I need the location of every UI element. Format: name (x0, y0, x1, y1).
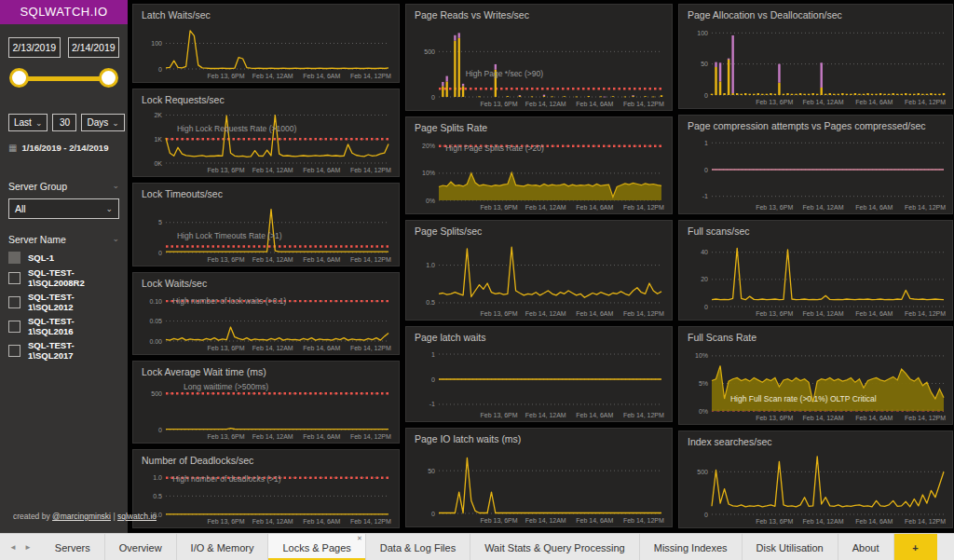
svg-text:Feb 14, 12PM: Feb 14, 12PM (905, 310, 946, 317)
server-name-header[interactable]: Server Name ⌄ (8, 234, 119, 245)
date-to-input[interactable]: 2/14/2019 (68, 37, 120, 58)
chart-page-compression-attempts-vs-pages-compressed-sec[interactable]: Page compression attempts vs Pages compr… (678, 115, 953, 214)
tab-scroll-left-icon[interactable]: ◄ (9, 543, 17, 552)
selected-date-range: ▦ 1/16/2019 - 2/14/2019 (8, 143, 119, 153)
chevron-down-icon: ⌄ (112, 181, 119, 192)
tab-data-log-files[interactable]: Data & Log Files (366, 534, 470, 560)
sqlwatch-link[interactable]: sqlwatch.io (117, 512, 157, 521)
server-checkbox[interactable] (8, 296, 20, 308)
chart-page-latch-waits[interactable]: Page latch waits10-1Feb 13, 6PMFeb 14, 1… (405, 326, 673, 422)
server-list-item[interactable]: SQL-TEST-1\SQL2008R2 (8, 267, 119, 288)
chart-latch-waits-sec[interactable]: Latch Waits/sec0100Feb 13, 6PMFeb 14, 12… (132, 4, 400, 83)
svg-text:-1: -1 (702, 193, 708, 199)
slider-handle-left[interactable] (9, 68, 29, 88)
svg-text:1K: 1K (154, 136, 162, 143)
server-label: SQL-1 (28, 253, 54, 263)
close-tab-icon[interactable]: ✕ (357, 535, 362, 542)
svg-text:Feb 14, 6AM: Feb 14, 6AM (576, 412, 613, 418)
svg-text:0: 0 (431, 94, 435, 101)
chart-page-splits-rate[interactable]: Page Splits RateHigh Page Splits Rate (>… (405, 116, 673, 214)
sidebar-content: 2/13/2019 2/14/2019 Last ⌄ 30 Days ⌄ (0, 24, 128, 526)
server-checkbox[interactable] (8, 272, 20, 284)
tab-label: About (852, 542, 879, 553)
tab-servers[interactable]: Servers (41, 534, 105, 560)
calendar-icon: ▦ (8, 143, 17, 153)
svg-text:Feb 14, 12AM: Feb 14, 12AM (252, 73, 293, 79)
created-by-text: created by @marcingminski | sqlwatch.io (13, 512, 157, 521)
chart-column-2: Page Reads vs Writes/secHigh Page */sec … (405, 4, 673, 533)
svg-text:Feb 14, 6AM: Feb 14, 6AM (303, 345, 340, 351)
tab-label: Disk Utilisation (756, 542, 824, 553)
tab-label: Missing Indexes (654, 542, 728, 553)
svg-text:Feb 13, 6PM: Feb 13, 6PM (207, 73, 244, 79)
chart-index-searches-sec[interactable]: Index searches/sec0500Feb 13, 6PMFeb 14,… (678, 430, 953, 528)
svg-text:Feb 14, 12AM: Feb 14, 12AM (803, 518, 844, 525)
server-group-select[interactable]: All ⌄ (8, 198, 119, 219)
relative-unit-select[interactable]: Days ⌄ (81, 114, 124, 131)
chart-page-splits-sec[interactable]: Page Splits/sec0.51.0Feb 13, 6PMFeb 14, … (405, 220, 673, 321)
chart-number-of-deadlocks-sec[interactable]: Number of Deadlocks/secHigh number of de… (132, 449, 400, 528)
tab-scroll-right-icon[interactable]: ► (24, 543, 32, 552)
svg-text:Feb 14, 12PM: Feb 14, 12PM (350, 256, 391, 263)
tab-missing-indexes[interactable]: Missing Indexes (640, 534, 743, 560)
server-list-item[interactable]: SQL-TEST-1\SQL2016 (8, 316, 119, 336)
svg-text:Feb 14, 6AM: Feb 14, 6AM (855, 518, 893, 525)
svg-text:High number of deadlocks (>1): High number of deadlocks (>1) (172, 474, 281, 484)
slider-handle-right[interactable] (99, 68, 118, 88)
relative-mode-select[interactable]: Last ⌄ (8, 114, 48, 131)
chart-lock-requests-sec[interactable]: Lock Requests/secHigh Lock Requests Rate… (132, 89, 400, 177)
chart-lock-timeouts-sec[interactable]: Lock Timeouts/secHigh Lock Timeouts Rate… (132, 183, 400, 266)
tab-i-o-memory[interactable]: I/O & Memory (177, 534, 269, 560)
server-checkbox[interactable] (8, 252, 20, 264)
relative-value-input[interactable]: 30 (52, 114, 76, 131)
tab-disk-utilisation[interactable]: Disk Utilisation (743, 534, 838, 560)
svg-text:Feb 14, 12PM: Feb 14, 12PM (350, 433, 391, 440)
report-canvas: Latch Waits/sec0100Feb 13, 6PMFeb 14, 12… (128, 0, 954, 533)
chart-canvas: 10-1Feb 13, 6PMFeb 14, 12AMFeb 14, 6AMFe… (411, 346, 665, 419)
author-link[interactable]: @marcingminski (52, 512, 111, 521)
date-inputs-row: 2/13/2019 2/14/2019 (8, 37, 119, 58)
tab-list: ServersOverviewI/O & MemoryLocks & Pages… (41, 534, 937, 560)
tab-overview[interactable]: Overview (105, 534, 177, 560)
svg-text:Feb 14, 12PM: Feb 14, 12PM (350, 167, 391, 173)
chart-page-allocation-vs-deallocation-sec[interactable]: Page Allocation vs Deallocation/sec05010… (678, 4, 953, 109)
svg-text:0: 0 (704, 512, 708, 518)
date-from-input[interactable]: 2/13/2019 (8, 37, 61, 58)
chart-title: Page Splits Rate (415, 122, 667, 136)
add-tab-button[interactable]: + (894, 534, 937, 560)
chart-canvas: Long waittime (>500ms)0500Feb 13, 6PMFeb… (138, 380, 392, 441)
svg-text:0.5: 0.5 (426, 299, 435, 306)
chart-lock-average-wait-time-ms[interactable]: Lock Average Wait time (ms)Long waittime… (132, 361, 400, 444)
chart-canvas: 050Feb 13, 6PMFeb 14, 12AMFeb 14, 6AMFeb… (411, 447, 665, 525)
date-range-slider[interactable] (12, 65, 116, 91)
chart-canvas: High Lock Timeouts Rate (>1)05Feb 13, 6P… (138, 202, 392, 264)
svg-text:High Lock Timeouts Rate (>1): High Lock Timeouts Rate (>1) (177, 231, 282, 240)
svg-text:Feb 13, 6PM: Feb 13, 6PM (207, 345, 244, 351)
chart-full-scans-sec[interactable]: Full scans/sec02040Feb 13, 6PMFeb 14, 12… (678, 220, 953, 321)
tab-about[interactable]: About (838, 534, 894, 560)
svg-text:Feb 14, 12PM: Feb 14, 12PM (623, 204, 664, 211)
server-checkbox[interactable] (8, 345, 20, 357)
server-list-item[interactable]: SQL-1 (8, 252, 119, 264)
chart-lock-waits-sec[interactable]: Lock Waits/secHigh number of lock waits … (132, 272, 400, 355)
svg-text:10%: 10% (695, 352, 708, 359)
svg-text:Feb 14, 12PM: Feb 14, 12PM (623, 412, 664, 418)
chart-title: Full Scans Rate (688, 332, 947, 346)
server-checkbox[interactable] (8, 321, 20, 333)
svg-text:Feb 14, 12PM: Feb 14, 12PM (623, 310, 664, 317)
svg-text:Feb 14, 12AM: Feb 14, 12AM (252, 433, 293, 440)
server-list-item[interactable]: SQL-TEST-1\SQL2012 (8, 292, 119, 312)
server-group-header[interactable]: Server Group ⌄ (8, 181, 119, 192)
chart-title: Page Splits/sec (415, 225, 667, 239)
chart-column-1: Latch Waits/sec0100Feb 13, 6PMFeb 14, 12… (132, 4, 400, 533)
svg-text:High Full Scan rate (>0.1%) OL: High Full Scan rate (>0.1%) OLTP Critica… (730, 394, 877, 403)
tab-locks-pages[interactable]: Locks & Pages✕ (268, 534, 365, 560)
svg-text:Feb 13, 6PM: Feb 13, 6PM (756, 518, 793, 525)
chart-full-scans-rate[interactable]: Full Scans RateHigh Full Scan rate (>0.1… (678, 326, 953, 425)
chart-page-io-latch-waits-ms[interactable]: Page IO latch waits (ms)050Feb 13, 6PMFe… (405, 428, 673, 527)
server-list-item[interactable]: SQL-TEST-1\SQL2017 (8, 340, 119, 361)
chart-title: Page Reads vs Writes/sec (415, 9, 667, 23)
chart-page-reads-vs-writes-sec[interactable]: Page Reads vs Writes/secHigh Page */sec … (405, 4, 673, 111)
tab-wait-stats-query-processing[interactable]: Wait Stats & Query Processing (470, 534, 640, 560)
svg-text:Feb 14, 6AM: Feb 14, 6AM (576, 517, 613, 524)
